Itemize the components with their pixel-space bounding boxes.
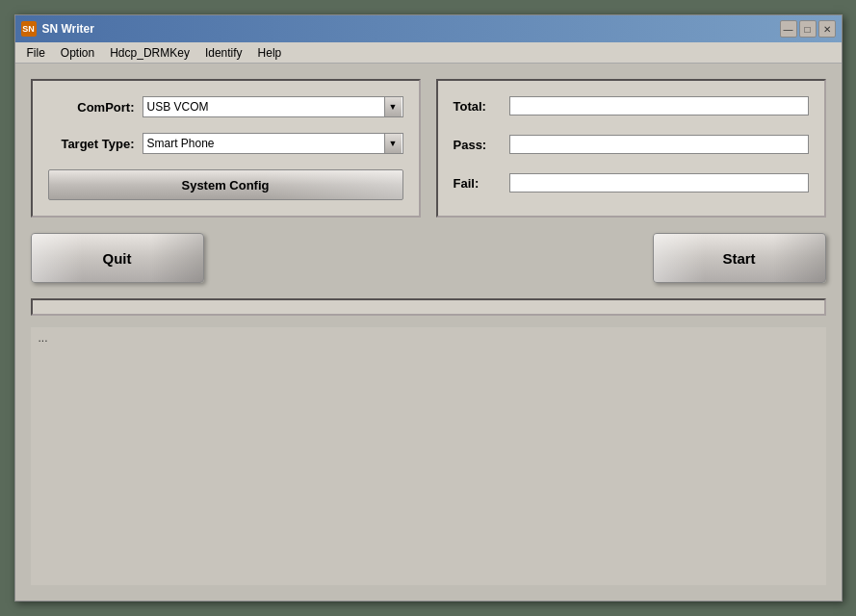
minimize-button[interactable]: — (780, 20, 797, 38)
targettype-row: Target Type: Smart Phone Tablet Feature … (48, 133, 403, 154)
menu-option[interactable]: Option (53, 44, 102, 62)
config-panel: ComPort: USB VCOM COM1 COM2 COM3 ▼ Targe… (31, 79, 421, 218)
menu-help[interactable]: Help (250, 44, 290, 62)
fail-row: Fail: (454, 173, 809, 192)
pass-row: Pass: (454, 135, 809, 154)
system-config-button[interactable]: System Config (48, 169, 403, 200)
main-window: SN SN Writer — □ ✕ File Option Hdcp_DRMK… (14, 14, 843, 602)
comport-select-wrapper: USB VCOM COM1 COM2 COM3 ▼ (143, 96, 403, 117)
window-title: SN Writer (42, 22, 94, 36)
title-buttons: — □ ✕ (780, 20, 836, 38)
maximize-button[interactable]: □ (799, 20, 817, 38)
targettype-label: Target Type: (48, 137, 135, 151)
menu-bar: File Option Hdcp_DRMKey Identify Help (15, 42, 842, 64)
title-bar: SN SN Writer — □ ✕ (15, 15, 842, 42)
panels-row: ComPort: USB VCOM COM1 COM2 COM3 ▼ Targe… (31, 79, 826, 218)
log-text: ... (39, 331, 48, 345)
stats-panel: Total: Pass: Fail: (436, 79, 826, 218)
targettype-select-wrapper: Smart Phone Tablet Feature Phone ▼ (143, 133, 403, 154)
targettype-select[interactable]: Smart Phone Tablet Feature Phone (143, 133, 403, 154)
progress-area (31, 298, 826, 316)
log-area: ... (31, 327, 826, 585)
comport-row: ComPort: USB VCOM COM1 COM2 COM3 ▼ (48, 96, 403, 117)
buttons-row: Quit Start (31, 229, 826, 287)
menu-file[interactable]: File (19, 44, 53, 62)
comport-label: ComPort: (48, 100, 135, 115)
start-button[interactable]: Start (653, 233, 826, 283)
fail-input[interactable] (509, 173, 809, 192)
comport-select[interactable]: USB VCOM COM1 COM2 COM3 (143, 96, 403, 117)
total-label: Total: (454, 99, 502, 114)
title-bar-left: SN SN Writer (21, 21, 94, 37)
quit-button[interactable]: Quit (31, 233, 204, 283)
menu-hdcp-drmkey[interactable]: Hdcp_DRMKey (102, 44, 197, 62)
close-button[interactable]: ✕ (818, 20, 836, 38)
app-icon: SN (21, 21, 37, 37)
pass-input[interactable] (509, 135, 809, 154)
fail-label: Fail: (454, 176, 502, 191)
total-row: Total: (454, 96, 809, 116)
total-input[interactable] (509, 96, 809, 116)
menu-identify[interactable]: Identify (197, 44, 250, 62)
pass-label: Pass: (454, 138, 502, 152)
main-content: ComPort: USB VCOM COM1 COM2 COM3 ▼ Targe… (15, 64, 842, 601)
